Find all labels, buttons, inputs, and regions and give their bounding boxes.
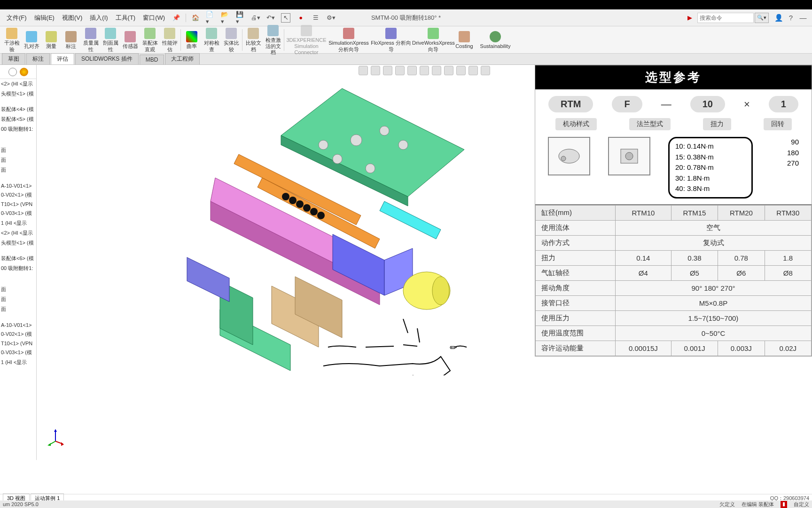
menu-insert[interactable]: 插入(I)	[86, 14, 111, 22]
tab-mbd[interactable]: MBD	[140, 55, 164, 64]
tree-item[interactable]: 面	[0, 145, 36, 155]
view-fit-icon[interactable]	[371, 66, 380, 75]
view-scene-icon[interactable]	[432, 66, 441, 75]
svg-point-35	[561, 156, 566, 161]
menu-bar: 文件(F) 编辑(E) 视图(V) 插入(I) 工具(T) 窗口(W) 📌 🏠 …	[0, 9, 812, 26]
select-icon[interactable]: ↖	[281, 13, 290, 23]
tree-item[interactable]: 装配体<4> (模	[0, 104, 36, 114]
tree-item[interactable]: 面	[0, 304, 36, 314]
tree-item[interactable]: 面	[0, 155, 36, 165]
undo-icon[interactable]: ↶▾	[266, 13, 275, 23]
tree-item[interactable]: T10<1> (VPN	[0, 339, 36, 348]
view-setting-icon[interactable]	[468, 66, 478, 75]
search-button[interactable]: 🔍▾	[755, 13, 769, 23]
tree-item[interactable]: 面	[0, 285, 36, 294]
tab-sketch[interactable]: 草图	[2, 53, 25, 64]
tree-item[interactable]: A-10-V01<1>	[0, 321, 36, 329]
user-icon[interactable]: 👤	[773, 14, 785, 22]
document-title: SMTM-00 吸附翻转180° *	[371, 14, 441, 22]
ribbon-curv[interactable]: 曲率	[182, 30, 202, 49]
menu-edit[interactable]: 编辑(E)	[31, 14, 58, 22]
print-icon[interactable]: 🖨▾	[251, 13, 260, 23]
ribbon-drivew[interactable]: DriveWorksXpress 向导	[412, 27, 454, 52]
ribbon-3dx[interactable]: 3DEXPERIENCE Simulation Connector	[285, 24, 328, 56]
ribbon-holealign[interactable]: 孔对齐	[22, 30, 41, 49]
tree-item[interactable]: 面	[0, 294, 36, 304]
tree-item[interactable]: 装配体<6> (模	[0, 254, 36, 263]
menu-tool[interactable]: 工具(T)	[112, 14, 140, 22]
label-torque: 扭力	[703, 118, 731, 130]
ribbon-asmv[interactable]: 装配体直观	[140, 27, 160, 52]
search-play-icon[interactable]: ▶	[685, 13, 695, 23]
help-icon[interactable]: ?	[785, 14, 797, 22]
view-hide-icon[interactable]	[444, 66, 453, 75]
minimize-icon[interactable]: —	[797, 14, 809, 22]
tree-item[interactable]: <2> (HI <显示	[0, 228, 36, 238]
status-bar: um 2020 SP5.0 欠定义 在编辑 装配体 ▮ 自定义	[0, 500, 812, 508]
menu-window[interactable]: 窗口(W)	[139, 14, 169, 22]
tree-item[interactable]: 装配体<5> (模	[0, 114, 36, 124]
tree-item[interactable]: 0-V03<1> (模	[0, 348, 36, 357]
ribbon-markup[interactable]: 标注	[61, 30, 81, 49]
settings-icon[interactable]: ⚙▾	[326, 13, 336, 23]
tree-item[interactable]: 1 (HI <显示	[0, 218, 36, 228]
svg-point-25	[333, 154, 342, 164]
pill-rtm: RTM	[548, 96, 593, 112]
view-screen-icon[interactable]	[481, 66, 490, 75]
ribbon-flox[interactable]: FloXpress 分析向导	[370, 27, 412, 52]
ribbon-costing[interactable]: Costing	[454, 30, 474, 49]
cad-model[interactable]	[159, 84, 478, 375]
ribbon-sust[interactable]: Sustainability	[474, 30, 516, 49]
tree-icon-2[interactable]	[20, 68, 28, 76]
tree-item[interactable]: 头模型<1> (模	[0, 238, 36, 248]
tree-item[interactable]: T10<1> (VPN	[0, 200, 36, 208]
rebuild-icon[interactable]: ●	[296, 13, 305, 23]
ribbon-simx[interactable]: SimulationXpress 分析向导	[328, 27, 370, 52]
tab-addins[interactable]: SOLIDWORKS 插件	[75, 53, 139, 64]
pill-1: 1	[769, 96, 798, 112]
search-input[interactable]	[697, 13, 754, 23]
tree-item[interactable]: 0-V02<1> (模	[0, 190, 36, 200]
view-zoom-icon[interactable]	[359, 66, 368, 75]
menu-view[interactable]: 视图(V)	[58, 14, 86, 22]
view-appear-icon[interactable]	[456, 66, 466, 75]
home-icon[interactable]: 🏠	[191, 13, 200, 23]
ribbon-compare[interactable]: 实体比较	[221, 27, 241, 52]
ribbon-mass[interactable]: 质量属性	[81, 27, 101, 52]
options-icon[interactable]: ☰	[311, 13, 320, 23]
angle-list: 90 180 270	[771, 137, 799, 169]
tree-item[interactable]: 0-V03<1> (模	[0, 208, 36, 218]
new-icon[interactable]: 📄▾	[206, 13, 215, 23]
tab-expert[interactable]: 大工程师	[165, 53, 200, 64]
view-section-icon[interactable]	[395, 66, 405, 75]
tree-item[interactable]: A-10-V01<1>	[0, 182, 36, 190]
ribbon-perf[interactable]: 性能评估	[160, 27, 180, 52]
tree-icon-1[interactable]	[8, 68, 17, 76]
tab-evaluate[interactable]: 评估	[51, 53, 74, 64]
feature-tree[interactable]: <2> (HI <显示 头模型<1> (模 装配体<4> (模 装配体<5> (…	[0, 65, 37, 460]
tree-item[interactable]: 1 (HI <显示	[0, 357, 36, 367]
tree-item[interactable]: 00 吸附翻转1:	[0, 263, 36, 273]
ribbon-sensor[interactable]: 传感器	[120, 30, 140, 49]
open-icon[interactable]: 📂▾	[221, 13, 230, 23]
tree-item[interactable]: 头模型<1> (模	[0, 89, 36, 99]
ribbon-measure[interactable]: 测量	[41, 30, 61, 49]
view-display-icon[interactable]	[420, 66, 429, 75]
ribbon-docdiff[interactable]: 比较文档	[243, 27, 263, 52]
label-flange: 法兰型式	[629, 118, 671, 130]
view-orient-icon[interactable]	[407, 66, 417, 75]
ribbon-section[interactable]: 剖面属性	[101, 27, 120, 52]
ribbon-sym[interactable]: 对称检查	[202, 27, 221, 52]
tree-item[interactable]: 0-V02<1> (模	[0, 329, 36, 339]
save-icon[interactable]: 💾▾	[236, 13, 245, 23]
tree-item[interactable]: 面	[0, 165, 36, 175]
tab-markup[interactable]: 标注	[26, 53, 50, 64]
ribbon-checkdoc[interactable]: 检查激活的文档	[263, 24, 283, 56]
view-prev-icon[interactable]	[383, 66, 392, 75]
menu-file[interactable]: 文件(F)	[3, 14, 31, 22]
pin-icon[interactable]: 📌	[172, 13, 181, 23]
ribbon-interference[interactable]: 干涉检验	[2, 27, 22, 52]
svg-marker-2	[380, 201, 441, 239]
tree-item[interactable]: <2> (HI <显示	[0, 79, 36, 89]
tree-item[interactable]: 00 吸附翻转1:	[0, 124, 36, 134]
